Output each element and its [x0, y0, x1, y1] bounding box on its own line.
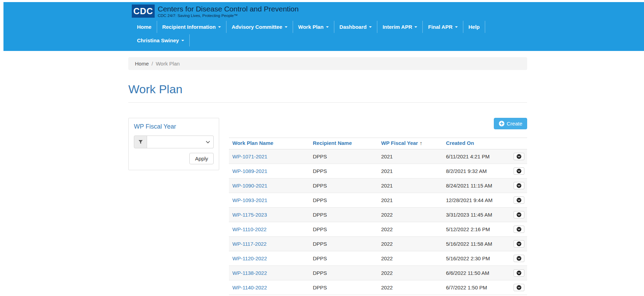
fiscal-year-select[interactable] [147, 136, 214, 148]
nav-item-help[interactable]: Help [463, 21, 486, 33]
caret-down-circle-icon [516, 168, 522, 174]
user-menu[interactable]: Christina Swiney [132, 34, 190, 46]
nav-item-final-apr[interactable]: Final APR [423, 21, 463, 33]
user-menu-label: Christina Swiney [137, 37, 179, 43]
fiscal-year-cell: 2021 [378, 193, 443, 208]
work-plan-link[interactable]: WP-1090-2021 [232, 183, 267, 189]
row-actions-button[interactable] [514, 269, 524, 277]
work-plan-link[interactable]: WP-1093-2021 [232, 197, 267, 203]
caret-down-circle-icon [516, 198, 522, 203]
filter-button[interactable] [134, 136, 147, 148]
caret-down-circle-icon [516, 154, 522, 159]
column-header-recipient-name[interactable]: Recipient Name [313, 140, 352, 146]
fiscal-year-select-wrap [147, 136, 214, 148]
breadcrumb-home-link[interactable]: Home [135, 61, 149, 67]
table-row: WP-1140-2022 DPPS 2022 6/7/2022 1:50 PM [229, 280, 527, 295]
created-on-cell: 12/28/2021 9:44 AM [443, 193, 506, 208]
nav-item-label: Advisory Committee [232, 24, 282, 30]
fiscal-year-cell: 2021 [378, 149, 443, 164]
caret-down-circle-icon [516, 241, 522, 246]
brand-text: Centers for Disease Control and Preventi… [158, 5, 299, 18]
table-row: WP-1120-2022 DPPS 2022 5/16/2022 2:30 PM [229, 251, 527, 266]
row-actions-button[interactable] [514, 153, 524, 160]
page-title: Work Plan [128, 82, 527, 96]
table-row: WP-1071-2021 DPPS 2021 6/11/2021 4:21 PM [229, 149, 527, 164]
table-row: WP-1089-2021 DPPS 2021 8/2/2021 9:32 AM [229, 164, 527, 179]
caret-down-circle-icon [516, 183, 522, 188]
work-plan-link[interactable]: WP-1071-2021 [232, 154, 267, 159]
nav-item-dashboard[interactable]: Dashboard [334, 21, 377, 33]
row-actions-button[interactable] [514, 167, 524, 175]
caret-down-icon [285, 26, 287, 28]
nav-item-label: Final APR [428, 24, 452, 30]
table-area: Create Work Plan Name Recipient Name WP … [229, 118, 527, 295]
nav-item-interim-apr[interactable]: Interim APR [377, 21, 423, 33]
breadcrumb-current: Work Plan [156, 61, 180, 67]
caret-down-icon [326, 26, 329, 28]
cdc-brand: CDC Centers for Disease Control and Prev… [132, 5, 644, 18]
created-on-cell: 5/16/2022 2:30 PM [443, 251, 506, 266]
org-tagline: CDC 24/7: Saving Lives, Protecting Peopl… [158, 14, 299, 18]
work-plan-link[interactable]: WP-1140-2022 [232, 285, 267, 290]
work-plan-link[interactable]: WP-1089-2021 [232, 168, 267, 174]
create-button-label: Create [507, 121, 522, 127]
work-plan-table-body: WP-1071-2021 DPPS 2021 6/11/2021 4:21 PM… [229, 149, 527, 295]
caret-down-circle-icon [516, 212, 522, 217]
nav-item-label: Help [469, 24, 480, 30]
fiscal-year-cell: 2022 [378, 208, 443, 222]
recipient-cell: DPPS [309, 179, 378, 193]
apply-button[interactable]: Apply [189, 153, 214, 164]
breadcrumb: Home/Work Plan [128, 57, 527, 70]
nav-item-label: Interim APR [383, 24, 412, 30]
caret-down-circle-icon [516, 270, 522, 276]
work-plan-link[interactable]: WP-1175-2023 [232, 212, 267, 218]
column-header-work-plan-name[interactable]: Work Plan Name [232, 140, 273, 146]
nav-item-home[interactable]: Home [132, 21, 157, 33]
site-header: CDC Centers for Disease Control and Prev… [3, 2, 644, 51]
caret-down-icon [414, 26, 417, 28]
recipient-cell: DPPS [309, 208, 378, 222]
nav-item-advisory-committee[interactable]: Advisory Committee [226, 21, 293, 33]
caret-down-icon [369, 26, 372, 28]
work-plan-link[interactable]: WP-1138-2022 [232, 270, 267, 276]
row-actions-button[interactable] [514, 197, 524, 204]
recipient-cell: DPPS [309, 164, 378, 179]
create-button[interactable]: Create [494, 118, 527, 129]
work-plan-link[interactable]: WP-1120-2022 [232, 255, 267, 261]
recipient-cell: DPPS [309, 280, 378, 295]
row-actions-button[interactable] [514, 284, 524, 291]
fiscal-year-cell: 2022 [378, 237, 443, 251]
fiscal-year-cell: 2022 [378, 266, 443, 280]
column-header-created-on[interactable]: Created On [446, 140, 474, 146]
table-row: WP-1117-2022 DPPS 2022 5/16/2022 11:58 A… [229, 237, 527, 251]
row-actions-button[interactable] [514, 182, 524, 189]
recipient-cell: DPPS [309, 149, 378, 164]
recipient-cell: DPPS [309, 266, 378, 280]
caret-down-icon [455, 26, 458, 28]
row-actions-button[interactable] [514, 255, 524, 262]
table-row: WP-1175-2023 DPPS 2022 3/31/2023 11:45 A… [229, 208, 527, 222]
toolbar: Create [229, 118, 527, 129]
recipient-cell: DPPS [309, 222, 378, 237]
table-row: WP-1110-2022 DPPS 2022 5/12/2022 2:16 PM [229, 222, 527, 237]
nav-item-work-plan[interactable]: Work Plan [293, 21, 334, 33]
created-on-cell: 6/6/2022 11:50 AM [443, 266, 506, 280]
column-header-wp-fiscal-year[interactable]: WP Fiscal Year [381, 140, 418, 146]
row-actions-button[interactable] [514, 211, 524, 218]
org-name: Centers for Disease Control and Preventi… [158, 5, 299, 13]
table-header: Work Plan Name Recipient Name WP Fiscal … [229, 138, 527, 149]
created-on-cell: 8/24/2021 11:15 AM [443, 179, 506, 193]
row-actions-button[interactable] [514, 226, 524, 233]
row-actions-button[interactable] [514, 240, 524, 247]
nav-item-recipient-information[interactable]: Recipient Information [157, 21, 226, 33]
created-on-cell: 6/11/2021 4:21 PM [443, 149, 506, 164]
created-on-cell: 3/31/2023 11:45 AM [443, 208, 506, 222]
filter-panel-title: WP Fiscal Year [134, 123, 214, 130]
fiscal-year-cell: 2021 [378, 179, 443, 193]
work-plan-link[interactable]: WP-1117-2022 [232, 241, 267, 247]
filter-panel: WP Fiscal Year Apply [128, 118, 219, 170]
content-row: WP Fiscal Year Apply [128, 118, 527, 295]
fiscal-year-cell: 2022 [378, 280, 443, 295]
work-plan-link[interactable]: WP-1110-2022 [232, 226, 267, 232]
breadcrumb-separator: / [152, 61, 153, 67]
